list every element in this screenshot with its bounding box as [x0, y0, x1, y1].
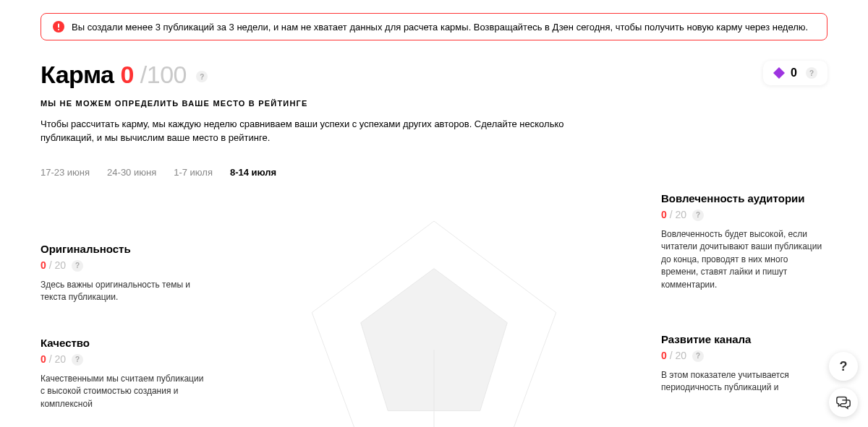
karma-chart: Оригинальность 0 / 20 ? Здесь важны ориг… [41, 192, 827, 427]
karma-alert: Вы создали менее 3 публикаций за 3 недел… [41, 13, 827, 40]
pentagon-icon [304, 221, 564, 427]
help-icon[interactable]: ? [72, 260, 83, 272]
karma-score-max: 100 [147, 61, 187, 88]
alert-text: Вы создали менее 3 публикаций за 3 недел… [72, 22, 808, 33]
diamond-icon [773, 67, 785, 79]
tab-week-3[interactable]: 1-7 июля [174, 167, 213, 178]
metric-score: 0 [661, 209, 667, 220]
help-icon[interactable]: ? [196, 71, 208, 82]
metric-title: Развитие канала [661, 333, 827, 345]
chat-fab[interactable] [829, 388, 858, 417]
rank-subtitle: МЫ НЕ МОЖЕМ ОПРЕДЕЛИТЬ ВАШЕ МЕСТО В РЕЙТ… [41, 99, 590, 108]
metric-max: 20 [54, 259, 66, 271]
metric-originality: Оригинальность 0 / 20 ? Здесь важны ориг… [41, 243, 207, 304]
karma-score-sep: / [140, 61, 147, 88]
help-fab[interactable]: ? [829, 352, 858, 381]
metric-sep: / [667, 209, 676, 220]
metric-quality: Качество 0 / 20 ? Качественными мы счита… [41, 337, 207, 410]
help-icon[interactable]: ? [692, 210, 704, 221]
page-title: Карма 0 /100 ? [41, 61, 590, 89]
metric-desc: Вовлеченность будет высокой, если читате… [661, 228, 827, 291]
svg-rect-1 [58, 24, 59, 28]
help-icon[interactable]: ? [692, 350, 704, 362]
tab-week-1[interactable]: 17-23 июня [41, 167, 90, 178]
metric-desc: Здесь важны оригинальность темы и текста… [41, 279, 207, 304]
bonus-badge[interactable]: 0 ? [763, 61, 827, 85]
date-tabs: 17-23 июня 24-30 июня 1-7 июля 8-14 июля [41, 167, 827, 178]
metric-desc: Качественными мы считаем публикации с вы… [41, 373, 207, 410]
metric-title: Оригинальность [41, 243, 207, 255]
metric-max: 20 [675, 209, 686, 220]
bonus-value: 0 [791, 66, 797, 79]
metric-growth: Развитие канала 0 / 20 ? В этом показате… [661, 333, 827, 394]
svg-rect-2 [58, 29, 59, 30]
karma-description: Чтобы рассчитать карму, мы каждую неделю… [41, 118, 590, 145]
metric-score: 0 [41, 353, 46, 365]
karma-score: 0 [120, 61, 133, 88]
metric-desc: В этом показателе учитывается периодично… [661, 369, 827, 394]
metric-max: 20 [54, 353, 66, 365]
metric-title: Вовлеченность аудитории [661, 192, 827, 204]
metric-sep: / [667, 350, 676, 361]
title-word: Карма [41, 61, 114, 88]
metric-sep: / [46, 353, 55, 365]
tab-week-4[interactable]: 8-14 июля [230, 167, 276, 178]
metric-score: 0 [41, 259, 46, 271]
help-icon[interactable]: ? [806, 67, 817, 79]
metric-max: 20 [675, 350, 686, 361]
metric-score: 0 [661, 350, 667, 361]
help-icon[interactable]: ? [72, 354, 83, 366]
error-icon [53, 21, 64, 33]
metric-title: Качество [41, 337, 207, 349]
metric-engagement: Вовлеченность аудитории 0 / 20 ? Вовлече… [661, 192, 827, 291]
metric-sep: / [46, 259, 55, 271]
tab-week-2[interactable]: 24-30 июня [107, 167, 156, 178]
chat-icon [836, 395, 851, 410]
